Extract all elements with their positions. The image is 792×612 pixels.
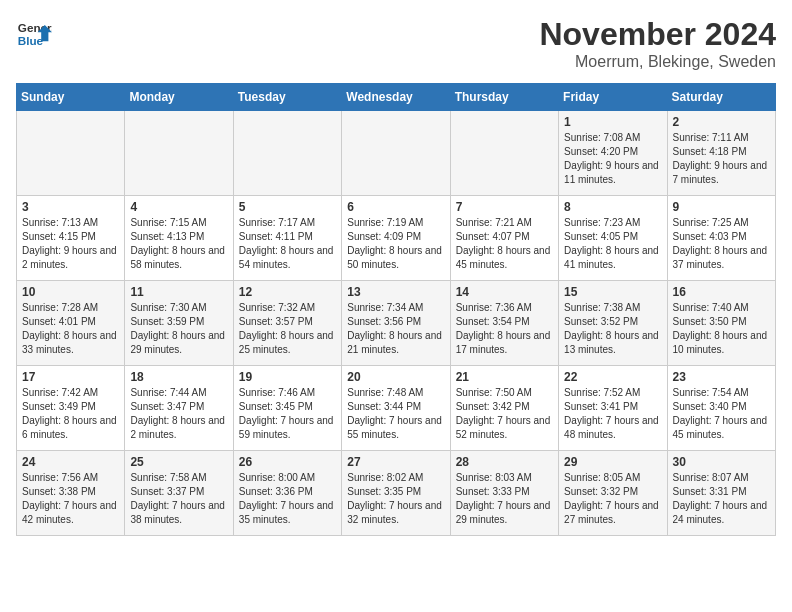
calendar-cell	[233, 111, 341, 196]
day-number: 23	[673, 370, 770, 384]
page-title: November 2024	[539, 16, 776, 53]
day-detail: Sunrise: 7:40 AM Sunset: 3:50 PM Dayligh…	[673, 301, 770, 357]
calendar-cell: 11Sunrise: 7:30 AM Sunset: 3:59 PM Dayli…	[125, 281, 233, 366]
calendar-cell: 20Sunrise: 7:48 AM Sunset: 3:44 PM Dayli…	[342, 366, 450, 451]
calendar-cell: 5Sunrise: 7:17 AM Sunset: 4:11 PM Daylig…	[233, 196, 341, 281]
day-detail: Sunrise: 7:32 AM Sunset: 3:57 PM Dayligh…	[239, 301, 336, 357]
calendar-cell: 30Sunrise: 8:07 AM Sunset: 3:31 PM Dayli…	[667, 451, 775, 536]
day-number: 24	[22, 455, 119, 469]
header-wednesday: Wednesday	[342, 84, 450, 111]
day-detail: Sunrise: 7:28 AM Sunset: 4:01 PM Dayligh…	[22, 301, 119, 357]
header-friday: Friday	[559, 84, 667, 111]
day-detail: Sunrise: 8:03 AM Sunset: 3:33 PM Dayligh…	[456, 471, 553, 527]
day-detail: Sunrise: 7:17 AM Sunset: 4:11 PM Dayligh…	[239, 216, 336, 272]
calendar-week-2: 10Sunrise: 7:28 AM Sunset: 4:01 PM Dayli…	[17, 281, 776, 366]
calendar-cell	[17, 111, 125, 196]
calendar-cell	[450, 111, 558, 196]
calendar-cell: 17Sunrise: 7:42 AM Sunset: 3:49 PM Dayli…	[17, 366, 125, 451]
day-number: 19	[239, 370, 336, 384]
calendar-cell: 19Sunrise: 7:46 AM Sunset: 3:45 PM Dayli…	[233, 366, 341, 451]
day-number: 16	[673, 285, 770, 299]
day-detail: Sunrise: 8:00 AM Sunset: 3:36 PM Dayligh…	[239, 471, 336, 527]
calendar-header-row: SundayMondayTuesdayWednesdayThursdayFrid…	[17, 84, 776, 111]
day-detail: Sunrise: 7:42 AM Sunset: 3:49 PM Dayligh…	[22, 386, 119, 442]
day-number: 30	[673, 455, 770, 469]
day-detail: Sunrise: 7:15 AM Sunset: 4:13 PM Dayligh…	[130, 216, 227, 272]
title-area: November 2024 Moerrum, Blekinge, Sweden	[539, 16, 776, 71]
calendar-cell: 4Sunrise: 7:15 AM Sunset: 4:13 PM Daylig…	[125, 196, 233, 281]
day-detail: Sunrise: 7:25 AM Sunset: 4:03 PM Dayligh…	[673, 216, 770, 272]
calendar-cell: 1Sunrise: 7:08 AM Sunset: 4:20 PM Daylig…	[559, 111, 667, 196]
day-detail: Sunrise: 7:58 AM Sunset: 3:37 PM Dayligh…	[130, 471, 227, 527]
day-number: 5	[239, 200, 336, 214]
day-number: 3	[22, 200, 119, 214]
day-detail: Sunrise: 8:05 AM Sunset: 3:32 PM Dayligh…	[564, 471, 661, 527]
day-detail: Sunrise: 7:21 AM Sunset: 4:07 PM Dayligh…	[456, 216, 553, 272]
day-number: 17	[22, 370, 119, 384]
calendar-cell: 9Sunrise: 7:25 AM Sunset: 4:03 PM Daylig…	[667, 196, 775, 281]
calendar-cell: 21Sunrise: 7:50 AM Sunset: 3:42 PM Dayli…	[450, 366, 558, 451]
day-detail: Sunrise: 8:07 AM Sunset: 3:31 PM Dayligh…	[673, 471, 770, 527]
day-number: 9	[673, 200, 770, 214]
calendar-cell: 3Sunrise: 7:13 AM Sunset: 4:15 PM Daylig…	[17, 196, 125, 281]
calendar-cell: 6Sunrise: 7:19 AM Sunset: 4:09 PM Daylig…	[342, 196, 450, 281]
day-number: 8	[564, 200, 661, 214]
calendar-cell: 8Sunrise: 7:23 AM Sunset: 4:05 PM Daylig…	[559, 196, 667, 281]
day-detail: Sunrise: 7:23 AM Sunset: 4:05 PM Dayligh…	[564, 216, 661, 272]
day-number: 12	[239, 285, 336, 299]
day-detail: Sunrise: 7:38 AM Sunset: 3:52 PM Dayligh…	[564, 301, 661, 357]
calendar-week-0: 1Sunrise: 7:08 AM Sunset: 4:20 PM Daylig…	[17, 111, 776, 196]
header-monday: Monday	[125, 84, 233, 111]
calendar-cell: 12Sunrise: 7:32 AM Sunset: 3:57 PM Dayli…	[233, 281, 341, 366]
svg-text:Blue: Blue	[18, 34, 44, 47]
day-number: 21	[456, 370, 553, 384]
calendar-cell: 28Sunrise: 8:03 AM Sunset: 3:33 PM Dayli…	[450, 451, 558, 536]
day-number: 20	[347, 370, 444, 384]
calendar-cell: 10Sunrise: 7:28 AM Sunset: 4:01 PM Dayli…	[17, 281, 125, 366]
calendar-week-4: 24Sunrise: 7:56 AM Sunset: 3:38 PM Dayli…	[17, 451, 776, 536]
calendar-cell: 29Sunrise: 8:05 AM Sunset: 3:32 PM Dayli…	[559, 451, 667, 536]
day-number: 6	[347, 200, 444, 214]
day-detail: Sunrise: 7:48 AM Sunset: 3:44 PM Dayligh…	[347, 386, 444, 442]
day-number: 28	[456, 455, 553, 469]
day-detail: Sunrise: 7:44 AM Sunset: 3:47 PM Dayligh…	[130, 386, 227, 442]
day-detail: Sunrise: 7:08 AM Sunset: 4:20 PM Dayligh…	[564, 131, 661, 187]
page-header: General Blue November 2024 Moerrum, Blek…	[16, 16, 776, 71]
calendar-cell: 16Sunrise: 7:40 AM Sunset: 3:50 PM Dayli…	[667, 281, 775, 366]
day-detail: Sunrise: 7:56 AM Sunset: 3:38 PM Dayligh…	[22, 471, 119, 527]
day-detail: Sunrise: 7:36 AM Sunset: 3:54 PM Dayligh…	[456, 301, 553, 357]
day-detail: Sunrise: 7:19 AM Sunset: 4:09 PM Dayligh…	[347, 216, 444, 272]
calendar-cell: 25Sunrise: 7:58 AM Sunset: 3:37 PM Dayli…	[125, 451, 233, 536]
day-number: 22	[564, 370, 661, 384]
day-number: 26	[239, 455, 336, 469]
calendar-cell: 2Sunrise: 7:11 AM Sunset: 4:18 PM Daylig…	[667, 111, 775, 196]
calendar-week-1: 3Sunrise: 7:13 AM Sunset: 4:15 PM Daylig…	[17, 196, 776, 281]
calendar-cell: 7Sunrise: 7:21 AM Sunset: 4:07 PM Daylig…	[450, 196, 558, 281]
calendar-cell: 24Sunrise: 7:56 AM Sunset: 3:38 PM Dayli…	[17, 451, 125, 536]
day-number: 7	[456, 200, 553, 214]
calendar-table: SundayMondayTuesdayWednesdayThursdayFrid…	[16, 83, 776, 536]
day-number: 15	[564, 285, 661, 299]
day-detail: Sunrise: 8:02 AM Sunset: 3:35 PM Dayligh…	[347, 471, 444, 527]
header-saturday: Saturday	[667, 84, 775, 111]
logo: General Blue	[16, 16, 52, 52]
calendar-cell: 13Sunrise: 7:34 AM Sunset: 3:56 PM Dayli…	[342, 281, 450, 366]
day-detail: Sunrise: 7:54 AM Sunset: 3:40 PM Dayligh…	[673, 386, 770, 442]
day-number: 10	[22, 285, 119, 299]
day-detail: Sunrise: 7:11 AM Sunset: 4:18 PM Dayligh…	[673, 131, 770, 187]
day-detail: Sunrise: 7:30 AM Sunset: 3:59 PM Dayligh…	[130, 301, 227, 357]
day-number: 18	[130, 370, 227, 384]
calendar-cell	[125, 111, 233, 196]
day-number: 13	[347, 285, 444, 299]
day-number: 2	[673, 115, 770, 129]
day-number: 14	[456, 285, 553, 299]
header-sunday: Sunday	[17, 84, 125, 111]
day-detail: Sunrise: 7:46 AM Sunset: 3:45 PM Dayligh…	[239, 386, 336, 442]
day-detail: Sunrise: 7:34 AM Sunset: 3:56 PM Dayligh…	[347, 301, 444, 357]
day-detail: Sunrise: 7:50 AM Sunset: 3:42 PM Dayligh…	[456, 386, 553, 442]
calendar-cell: 23Sunrise: 7:54 AM Sunset: 3:40 PM Dayli…	[667, 366, 775, 451]
day-number: 25	[130, 455, 227, 469]
page-subtitle: Moerrum, Blekinge, Sweden	[539, 53, 776, 71]
day-number: 1	[564, 115, 661, 129]
day-detail: Sunrise: 7:13 AM Sunset: 4:15 PM Dayligh…	[22, 216, 119, 272]
